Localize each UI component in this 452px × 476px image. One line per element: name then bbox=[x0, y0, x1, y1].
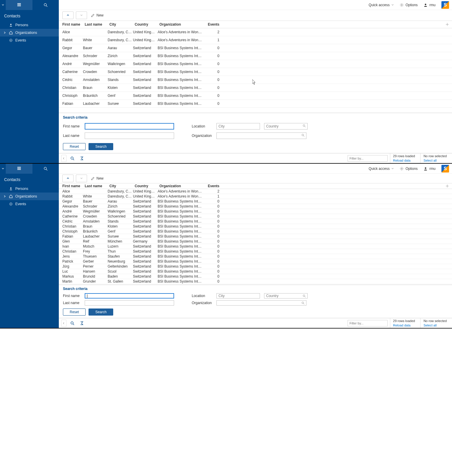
gear-icon bbox=[400, 167, 404, 171]
quick-access[interactable]: Quick access bbox=[369, 3, 394, 7]
table-row[interactable]: JürgPernerGelterkindenSwitzerlandBSI Bus… bbox=[59, 264, 452, 269]
sidebar-item-events[interactable]: Events bbox=[0, 200, 59, 208]
table-row[interactable]: FabianLaubacherSurseeSwitzerlandBSI Busi… bbox=[59, 100, 452, 108]
nav-down-button[interactable] bbox=[76, 11, 87, 19]
sidebar-collapse-toggle[interactable] bbox=[0, 164, 6, 174]
table-config-button[interactable] bbox=[443, 184, 452, 188]
organization-input[interactable] bbox=[216, 300, 306, 306]
reload-data-link[interactable]: Reload data bbox=[393, 323, 415, 327]
nav-down-button[interactable] bbox=[76, 175, 87, 182]
col-city[interactable]: City bbox=[108, 184, 133, 188]
sidebar-item-organizations[interactable]: Organizations bbox=[0, 29, 59, 37]
table-row[interactable]: AndréWegmüllerWalkringenSwitzerlandBSI B… bbox=[59, 209, 452, 214]
table-row[interactable]: ChristianBraunKlotenSwitzerlandBSI Busin… bbox=[59, 224, 452, 229]
first-name-input[interactable] bbox=[85, 293, 174, 298]
organization-input[interactable] bbox=[216, 132, 306, 139]
col-events[interactable]: Events bbox=[205, 184, 224, 188]
collapse-toggle[interactable] bbox=[61, 320, 66, 327]
table-row[interactable]: GegorBauerAarauSwitzerlandBSI Business S… bbox=[59, 199, 452, 204]
table-row[interactable]: MarkusBrunoldBadenSwitzerlandBSI Busines… bbox=[59, 274, 452, 279]
new-button[interactable]: New bbox=[89, 176, 105, 180]
table-row[interactable]: ChristianFreyThunSwitzerlandBSI Business… bbox=[59, 249, 452, 254]
reset-button[interactable]: Reset bbox=[63, 309, 86, 316]
col-country[interactable]: Country bbox=[133, 22, 158, 26]
city-input[interactable] bbox=[216, 293, 260, 298]
sidebar-tab-search[interactable] bbox=[32, 164, 59, 174]
col-events[interactable]: Events bbox=[205, 22, 224, 26]
table-body[interactable]: AliceDaresbury, CheshireUnited KingdomAl… bbox=[59, 28, 452, 113]
search-icon bbox=[44, 3, 48, 7]
cell-last-name: Brunold bbox=[83, 274, 108, 278]
first-name-input[interactable] bbox=[85, 123, 174, 130]
table-row[interactable]: MartinGrunderSt. GallenSwitzerlandBSI Bu… bbox=[59, 279, 452, 284]
col-city[interactable]: City bbox=[108, 22, 133, 26]
last-name-input[interactable] bbox=[85, 132, 174, 139]
country-input[interactable] bbox=[264, 293, 308, 298]
sidebar-tab-search[interactable] bbox=[32, 0, 59, 10]
sidebar-tab-outline[interactable] bbox=[6, 0, 32, 10]
col-last-name[interactable]: Last name bbox=[83, 22, 108, 26]
search-button[interactable]: Search bbox=[89, 143, 113, 150]
sidebar-item-organizations[interactable]: Organizations bbox=[0, 193, 59, 200]
col-last-name[interactable]: Last name bbox=[83, 184, 108, 188]
table-body[interactable]: AliceDaresbury, CheshireUnited KingdomAl… bbox=[59, 189, 452, 285]
table-row[interactable]: IvanMotschLuzernSwitzerlandBSI Business … bbox=[59, 244, 452, 249]
table-row[interactable]: AliceDaresbury, CheshireUnited KingdomAl… bbox=[59, 28, 452, 36]
nav-up-button[interactable] bbox=[62, 11, 74, 19]
table-row[interactable]: FabianLaubacherSurseeSwitzerlandBSI Busi… bbox=[59, 234, 452, 239]
table-row[interactable]: JensThuesenStaufenSwitzerlandBSI Busines… bbox=[59, 254, 452, 259]
table-row[interactable]: GlenReifMünchenGermanyBSI Business Syste… bbox=[59, 239, 452, 244]
table-row[interactable]: ChristophBräunlichGenfSwitzerlandBSI Bus… bbox=[59, 229, 452, 234]
col-organization[interactable]: Organization bbox=[158, 184, 205, 188]
table-row[interactable]: LucHansenScuolSwitzerlandBSI Business Sy… bbox=[59, 269, 452, 274]
footer-sum-button[interactable] bbox=[78, 155, 85, 162]
table-row[interactable]: RabbitWhiteDaresbury, CheshireUnited Kin… bbox=[59, 36, 452, 44]
table-row[interactable]: CatherineCrowdenSchoenriedSwitzerlandBSI… bbox=[59, 214, 452, 219]
footer-search-button[interactable] bbox=[69, 155, 76, 162]
select-all-link[interactable]: Select all bbox=[423, 323, 447, 327]
options-menu[interactable]: Options bbox=[400, 3, 418, 7]
city-input[interactable] bbox=[216, 123, 260, 130]
country-input[interactable] bbox=[264, 123, 308, 130]
sidebar-item-persons[interactable]: Persons bbox=[0, 21, 59, 29]
footer-search-button[interactable] bbox=[69, 320, 76, 327]
table-row[interactable]: ChristianBraunKlotenSwitzerlandBSI Busin… bbox=[59, 84, 452, 92]
filter-input[interactable] bbox=[348, 320, 388, 326]
search-button[interactable]: Search bbox=[89, 309, 113, 316]
sidebar-item-events[interactable]: Events bbox=[0, 37, 59, 44]
user-menu[interactable]: rmu bbox=[423, 167, 436, 171]
table-row[interactable]: AliceDaresbury, CheshireUnited KingdomAl… bbox=[59, 189, 452, 194]
quick-access[interactable]: Quick access bbox=[369, 167, 394, 171]
reload-data-link[interactable]: Reload data bbox=[393, 158, 415, 162]
col-country[interactable]: Country bbox=[133, 184, 158, 188]
collapse-toggle[interactable] bbox=[61, 155, 66, 162]
sidebar-tab-outline[interactable] bbox=[6, 164, 32, 174]
table-row[interactable]: RabbitWhiteDaresbury, CheshireUnited Kin… bbox=[59, 194, 452, 199]
table-row[interactable]: CédricAmstaldenStandsSwitzerlandBSI Busi… bbox=[59, 76, 452, 84]
nav-up-button[interactable] bbox=[62, 175, 74, 182]
last-name-input[interactable] bbox=[85, 300, 174, 306]
reset-button[interactable]: Reset bbox=[63, 143, 86, 150]
user-menu[interactable]: rmu bbox=[423, 3, 436, 7]
select-all-link[interactable]: Select all bbox=[423, 158, 447, 162]
col-first-name[interactable]: First name bbox=[59, 22, 83, 26]
col-organization[interactable]: Organization bbox=[158, 22, 205, 26]
table-config-button[interactable] bbox=[443, 23, 452, 26]
filter-input[interactable] bbox=[348, 155, 388, 162]
col-first-name[interactable]: First name bbox=[59, 184, 83, 188]
table-row[interactable]: CatherineCrowdenSchoenriedSwitzerlandBSI… bbox=[59, 68, 452, 76]
cell-country: Switzerland bbox=[133, 70, 158, 74]
cell-organization: BSI Business Systems Integration AG bbox=[158, 214, 205, 218]
footer-sum-button[interactable] bbox=[78, 320, 85, 327]
options-menu[interactable]: Options bbox=[400, 167, 418, 171]
sidebar-item-persons[interactable]: Persons bbox=[0, 185, 59, 193]
table-row[interactable]: AlexandreSchroderZürichSwitzerlandBSI Bu… bbox=[59, 52, 452, 60]
table-row[interactable]: ChristophBräunlichGenfSwitzerlandBSI Bus… bbox=[59, 92, 452, 100]
new-button[interactable]: New bbox=[89, 13, 105, 17]
table-row[interactable]: CédricAmstaldenStandsSwitzerlandBSI Busi… bbox=[59, 219, 452, 224]
table-row[interactable]: AndréWegmüllerWalkringenSwitzerlandBSI B… bbox=[59, 60, 452, 68]
sidebar-collapse-toggle[interactable] bbox=[0, 0, 6, 10]
table-row[interactable]: AlexandreSchroderZürichSwitzerlandBSI Bu… bbox=[59, 204, 452, 209]
table-row[interactable]: GegorBauerAarauSwitzerlandBSI Business S… bbox=[59, 44, 452, 52]
table-row[interactable]: PatrickGerberNeuenburgSwitzerlandBSI Bus… bbox=[59, 259, 452, 264]
